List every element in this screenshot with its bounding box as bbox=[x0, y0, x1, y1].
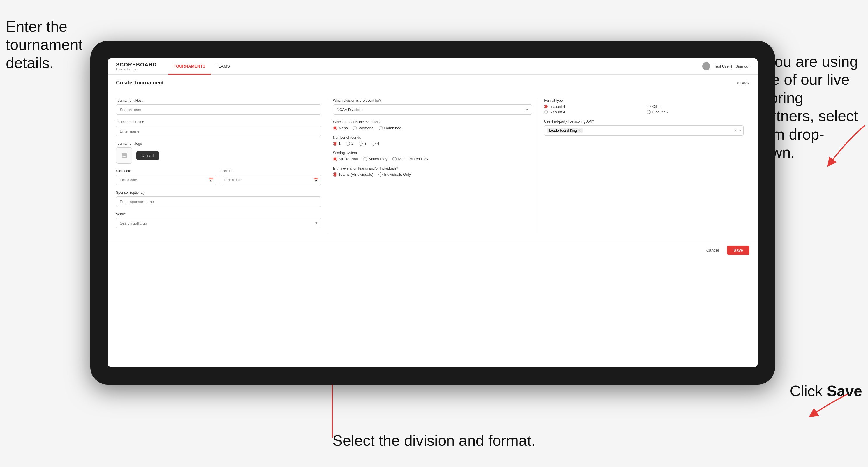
nav-link-tournaments[interactable]: TOURNAMENTS bbox=[168, 58, 211, 74]
tournament-logo-group: Tournament logo Upload bbox=[116, 142, 321, 164]
logo-placeholder bbox=[116, 148, 132, 164]
scoring-match[interactable]: Match Play bbox=[363, 157, 387, 161]
scoring-stroke[interactable]: Stroke Play bbox=[333, 157, 358, 161]
venue-group: Venue ▼ bbox=[116, 212, 321, 228]
rounds-4-radio[interactable] bbox=[372, 142, 376, 146]
event-teams-radio[interactable] bbox=[333, 173, 337, 177]
rounds-1[interactable]: 1 bbox=[333, 141, 341, 146]
format-6count4[interactable]: 6 count 4 bbox=[544, 110, 641, 114]
format-other-radio[interactable] bbox=[647, 104, 651, 108]
nav-logo-sub: Powered by clippit bbox=[116, 68, 157, 71]
gender-radio-group: Mens Womens Combined bbox=[333, 126, 532, 130]
tournament-logo-label: Tournament logo bbox=[116, 142, 321, 146]
tournament-host-label: Tournament Host bbox=[116, 98, 321, 102]
format-5count4[interactable]: 5 count 4 bbox=[544, 104, 641, 109]
end-date-group: End date 📅 bbox=[221, 169, 321, 185]
cancel-button[interactable]: Cancel bbox=[702, 246, 724, 255]
live-scoring-tag-input[interactable]: Leaderboard King × ✕ ▾ bbox=[544, 125, 744, 136]
tournament-name-label: Tournament name bbox=[116, 120, 321, 124]
gender-womens[interactable]: Womens bbox=[353, 126, 373, 130]
gender-combined[interactable]: Combined bbox=[379, 126, 402, 130]
form-column-right: Format type 5 count 4 Other bbox=[538, 98, 749, 234]
format-type-label: Format type bbox=[544, 98, 744, 102]
format-type-grid: 5 count 4 Other 6 count 4 bbox=[544, 104, 744, 114]
venue-input-wrapper: ▼ bbox=[116, 218, 321, 228]
rounds-3-radio[interactable] bbox=[359, 142, 363, 146]
gender-combined-radio[interactable] bbox=[379, 126, 383, 130]
form-column-middle: Which division is the event for? NCAA Di… bbox=[327, 98, 538, 234]
scoring-stroke-radio[interactable] bbox=[333, 157, 337, 161]
venue-dropdown-icon: ▼ bbox=[315, 221, 318, 225]
tournament-name-group: Tournament name bbox=[116, 120, 321, 136]
format-other[interactable]: Other bbox=[647, 104, 744, 109]
event-individuals[interactable]: Individuals Only bbox=[378, 172, 411, 177]
create-tournament-container: Create Tournament < Back Tournament Host… bbox=[108, 74, 757, 367]
rounds-4[interactable]: 4 bbox=[372, 141, 379, 146]
scoring-medal-match-radio[interactable] bbox=[393, 157, 397, 161]
nav-bar: SCOREBOARD Powered by clippit TOURNAMENT… bbox=[108, 58, 757, 74]
rounds-label: Number of rounds bbox=[333, 135, 532, 139]
format-6count5[interactable]: 6 count 5 bbox=[647, 110, 744, 114]
rounds-radio-group: 1 2 3 bbox=[333, 141, 532, 146]
sponsor-group: Sponsor (optional) bbox=[116, 190, 321, 207]
gender-group: Which gender is the event for? Mens Wome… bbox=[333, 120, 532, 130]
tablet-screen: SCOREBOARD Powered by clippit TOURNAMENT… bbox=[108, 58, 757, 367]
tag-input-controls: ✕ ▾ bbox=[734, 128, 741, 132]
event-for-radio-group: Teams (+Individuals) Individuals Only bbox=[333, 172, 532, 177]
gender-womens-radio[interactable] bbox=[353, 126, 357, 130]
rounds-2-radio[interactable] bbox=[346, 142, 350, 146]
division-group: Which division is the event for? NCAA Di… bbox=[333, 98, 532, 115]
sponsor-input[interactable] bbox=[116, 196, 321, 207]
tag-clear-icon[interactable]: ✕ bbox=[734, 128, 737, 132]
scoring-medal-match[interactable]: Medal Match Play bbox=[393, 157, 428, 161]
start-date-input[interactable] bbox=[116, 175, 216, 185]
rounds-1-radio[interactable] bbox=[333, 142, 337, 146]
logo-upload-area: Upload bbox=[116, 148, 321, 164]
nav-user-area: Test User | Sign out bbox=[702, 62, 749, 70]
nav-link-teams[interactable]: TEAMS bbox=[211, 58, 235, 74]
back-link[interactable]: < Back bbox=[737, 81, 749, 85]
main-content: Create Tournament < Back Tournament Host… bbox=[108, 74, 757, 367]
form-title: Create Tournament bbox=[116, 80, 164, 86]
scoring-radio-group: Stroke Play Match Play Medal Match Play bbox=[333, 157, 532, 161]
nav-logo-title: SCOREBOARD bbox=[116, 62, 157, 68]
format-5count4-radio[interactable] bbox=[544, 104, 548, 108]
live-scoring-label: Use third-party live scoring API? bbox=[544, 119, 744, 124]
start-date-group: Start date 📅 bbox=[116, 169, 216, 185]
end-date-label: End date bbox=[221, 169, 321, 173]
tournament-host-input[interactable] bbox=[116, 104, 321, 115]
scoring-match-radio[interactable] bbox=[363, 157, 367, 161]
gender-mens-radio[interactable] bbox=[333, 126, 337, 130]
rounds-3[interactable]: 3 bbox=[359, 141, 366, 146]
event-teams[interactable]: Teams (+Individuals) bbox=[333, 172, 374, 177]
division-select[interactable]: NCAA Division I NCAA Division II NCAA Di… bbox=[333, 104, 532, 115]
start-date-wrapper: 📅 bbox=[116, 175, 216, 185]
annotation-enter-tournament: Enter the tournament details. bbox=[6, 18, 87, 72]
annotation-click-save: Click Save bbox=[789, 382, 862, 400]
form-column-left: Tournament Host Tournament name Tourname… bbox=[116, 98, 327, 234]
gender-mens[interactable]: Mens bbox=[333, 126, 348, 130]
event-individuals-radio[interactable] bbox=[378, 173, 382, 177]
tournament-host-group: Tournament Host bbox=[116, 98, 321, 115]
rounds-group: Number of rounds 1 2 bbox=[333, 135, 532, 146]
date-fields-group: Start date 📅 End date 📅 bbox=[116, 169, 321, 185]
live-scoring-group: Use third-party live scoring API? Leader… bbox=[544, 119, 744, 136]
nav-signout[interactable]: Sign out bbox=[736, 64, 749, 68]
save-button[interactable]: Save bbox=[727, 246, 749, 255]
form-footer: Cancel Save bbox=[108, 241, 757, 259]
event-for-group: Is this event for Teams and/or Individua… bbox=[333, 166, 532, 177]
scoring-label: Scoring system bbox=[333, 151, 532, 155]
tag-close-icon[interactable]: × bbox=[579, 128, 581, 133]
sponsor-label: Sponsor (optional) bbox=[116, 190, 321, 195]
form-header: Create Tournament < Back bbox=[108, 74, 757, 91]
end-date-input[interactable] bbox=[221, 175, 321, 185]
format-6count5-radio[interactable] bbox=[647, 110, 651, 114]
rounds-2[interactable]: 2 bbox=[346, 141, 353, 146]
venue-input[interactable] bbox=[116, 218, 321, 228]
upload-button[interactable]: Upload bbox=[136, 151, 159, 160]
tournament-name-input[interactable] bbox=[116, 126, 321, 136]
tag-dropdown-icon[interactable]: ▾ bbox=[739, 128, 741, 132]
calendar-icon-start: 📅 bbox=[209, 178, 214, 182]
image-icon bbox=[121, 152, 128, 159]
format-6count4-radio[interactable] bbox=[544, 110, 548, 114]
